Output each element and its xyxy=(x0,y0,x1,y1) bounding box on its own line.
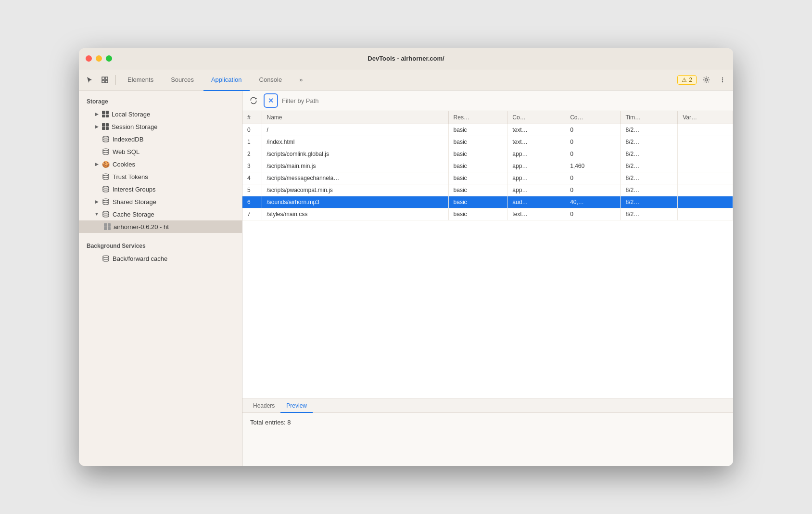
cell-tim: 8/2… xyxy=(621,160,678,172)
cell-co2: 0 xyxy=(565,208,621,220)
toolbar-right: ⚠ 2 xyxy=(677,73,729,87)
sidebar-item-label: Trust Tokens xyxy=(113,173,148,180)
filter-input[interactable] xyxy=(282,97,728,104)
cell-res: basic xyxy=(448,172,508,184)
warning-icon: ⚠ xyxy=(682,77,687,83)
cell-name: /styles/main.css xyxy=(262,208,448,220)
sidebar-item-local-storage[interactable]: Local Storage xyxy=(79,108,242,120)
titlebar: DevTools - airhorner.com/ xyxy=(79,48,733,69)
divider xyxy=(115,75,116,85)
bottom-panel: Headers Preview Total entries: 8 xyxy=(242,398,733,466)
cell-name: /index.html xyxy=(262,136,448,148)
db-icon xyxy=(102,185,110,193)
cell-res: basic xyxy=(448,148,508,160)
grid-icon xyxy=(102,123,109,130)
table-row[interactable]: 4/scripts/messagechannela…basicapp…08/2… xyxy=(242,172,733,184)
background-services-title: Background Services xyxy=(79,241,242,252)
svg-rect-0 xyxy=(102,77,104,79)
table-row[interactable]: 3/scripts/main.min.jsbasicapp…1,4608/2… xyxy=(242,160,733,172)
cell-res: basic xyxy=(448,208,508,220)
sidebar-item-session-storage[interactable]: Session Storage xyxy=(79,120,242,133)
cell-name: /scripts/main.min.js xyxy=(262,160,448,172)
cell-var xyxy=(678,136,733,148)
arrow-icon xyxy=(94,199,99,204)
tab-headers[interactable]: Headers xyxy=(247,399,280,413)
maximize-button[interactable] xyxy=(106,55,112,62)
tab-sources[interactable]: Sources xyxy=(163,70,202,91)
table-row[interactable]: 6/sounds/airhorn.mp3basicaud…40,…8/2… xyxy=(242,196,733,208)
warning-count: 2 xyxy=(689,77,692,83)
sidebar-item-label: Cache Storage xyxy=(113,211,154,218)
close-button[interactable] xyxy=(86,55,92,62)
cell-res: basic xyxy=(448,136,508,148)
grid-icon xyxy=(104,223,111,230)
sidebar-item-label: Web SQL xyxy=(113,148,140,155)
bottom-tabs: Headers Preview xyxy=(242,399,733,413)
settings-icon[interactable] xyxy=(699,73,713,87)
cell-co2: 0 xyxy=(565,124,621,136)
cell-num: 2 xyxy=(242,148,262,160)
sidebar-item-cache-child[interactable]: airhorner-0.6.20 - ht xyxy=(79,220,242,233)
tab-more[interactable]: » xyxy=(292,70,310,91)
sidebar-item-interest-groups[interactable]: Interest Groups xyxy=(79,183,242,195)
table-row[interactable]: 0/basictext…08/2… xyxy=(242,124,733,136)
table-row[interactable]: 7/styles/main.cssbasictext…08/2… xyxy=(242,208,733,220)
cell-res: basic xyxy=(448,160,508,172)
window-title: DevTools - airhorner.com/ xyxy=(368,55,444,62)
cell-co1: app… xyxy=(508,148,565,160)
sidebar-item-cache-storage[interactable]: Cache Storage xyxy=(79,208,242,220)
cell-num: 7 xyxy=(242,208,262,220)
svg-point-9 xyxy=(103,149,109,151)
inspect-icon[interactable] xyxy=(98,73,112,87)
filter-bar: ✕ xyxy=(242,90,733,111)
cell-tim: 8/2… xyxy=(621,148,678,160)
svg-point-4 xyxy=(705,78,708,81)
col-name: Name xyxy=(262,111,448,124)
cell-name: /scripts/messagechannela… xyxy=(262,172,448,184)
total-entries: Total entries: 8 xyxy=(250,419,291,426)
clear-filter-button[interactable]: ✕ xyxy=(264,93,278,108)
sidebar-item-web-sql[interactable]: Web SQL xyxy=(79,145,242,158)
sidebar-item-label: airhorner-0.6.20 - ht xyxy=(114,223,169,231)
cell-tim: 8/2… xyxy=(621,172,678,184)
table-row[interactable]: 5/scripts/pwacompat.min.jsbasicapp…08/2… xyxy=(242,184,733,196)
arrow-icon xyxy=(94,212,99,217)
svg-point-10 xyxy=(103,174,109,176)
cell-name: /scripts/comlink.global.js xyxy=(262,148,448,160)
db-icon xyxy=(102,173,110,180)
tab-preview[interactable]: Preview xyxy=(280,399,313,413)
db-icon xyxy=(102,148,110,155)
minimize-button[interactable] xyxy=(96,55,102,62)
warning-badge[interactable]: ⚠ 2 xyxy=(677,75,697,85)
tab-elements[interactable]: Elements xyxy=(120,70,161,91)
cookie-icon: 🍪 xyxy=(102,161,110,168)
cell-co1: text… xyxy=(508,136,565,148)
sidebar-item-indexeddb[interactable]: IndexedDB xyxy=(79,133,242,145)
sidebar-item-back-forward-cache[interactable]: Back/forward cache xyxy=(79,252,242,265)
svg-rect-1 xyxy=(105,77,108,79)
refresh-button[interactable] xyxy=(247,94,260,107)
cell-name: /scripts/pwacompat.min.js xyxy=(262,184,448,196)
table-row[interactable]: 2/scripts/comlink.global.jsbasicapp…08/2… xyxy=(242,148,733,160)
cell-var xyxy=(678,124,733,136)
sidebar-item-label: Cookies xyxy=(113,161,135,168)
sidebar-item-trust-tokens[interactable]: Trust Tokens xyxy=(79,170,242,183)
tab-application[interactable]: Application xyxy=(203,70,250,91)
cell-var xyxy=(678,148,733,160)
svg-point-7 xyxy=(722,81,723,82)
cell-num: 4 xyxy=(242,172,262,184)
cell-name: /sounds/airhorn.mp3 xyxy=(262,196,448,208)
cell-tim: 8/2… xyxy=(621,184,678,196)
cell-co1: app… xyxy=(508,172,565,184)
table-row[interactable]: 1/index.htmlbasictext…08/2… xyxy=(242,136,733,148)
db-icon xyxy=(102,135,110,143)
tab-console[interactable]: Console xyxy=(252,70,290,91)
sidebar-item-cookies[interactable]: 🍪 Cookies xyxy=(79,158,242,170)
sidebar-item-shared-storage[interactable]: Shared Storage xyxy=(79,195,242,208)
cursor-icon[interactable] xyxy=(83,73,96,87)
svg-rect-3 xyxy=(105,80,108,83)
svg-point-12 xyxy=(103,199,109,201)
right-panel: ✕ # Name Res… Co… Co… Tim… Var… xyxy=(242,90,733,466)
cell-num: 1 xyxy=(242,136,262,148)
more-options-icon[interactable] xyxy=(716,73,729,87)
